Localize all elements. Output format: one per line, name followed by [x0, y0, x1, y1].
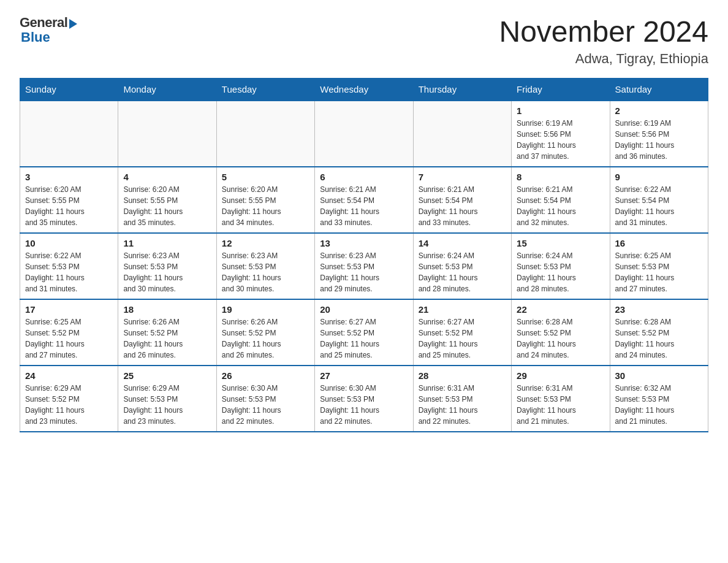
day-number: 8 — [517, 172, 604, 182]
day-info: Sunrise: 6:22 AM Sunset: 5:54 PM Dayligh… — [615, 185, 675, 227]
day-info: Sunrise: 6:24 AM Sunset: 5:53 PM Dayligh… — [419, 251, 478, 293]
calendar-cell: 17Sunrise: 6:25 AM Sunset: 5:52 PM Dayli… — [20, 299, 118, 366]
logo: General Blue — [20, 15, 77, 45]
day-info: Sunrise: 6:20 AM Sunset: 5:55 PM Dayligh… — [123, 185, 183, 227]
calendar-cell: 11Sunrise: 6:23 AM Sunset: 5:53 PM Dayli… — [118, 233, 216, 299]
calendar-cell: 18Sunrise: 6:26 AM Sunset: 5:52 PM Dayli… — [118, 299, 216, 366]
day-info: Sunrise: 6:27 AM Sunset: 5:52 PM Dayligh… — [419, 318, 478, 359]
day-info: Sunrise: 6:26 AM Sunset: 5:52 PM Dayligh… — [123, 318, 183, 359]
day-info: Sunrise: 6:28 AM Sunset: 5:52 PM Dayligh… — [517, 318, 576, 359]
day-number: 1 — [517, 105, 604, 116]
day-number: 6 — [320, 172, 408, 182]
calendar-cell: 14Sunrise: 6:24 AM Sunset: 5:53 PM Dayli… — [413, 233, 511, 299]
day-number: 26 — [222, 370, 309, 381]
calendar-cell: 25Sunrise: 6:29 AM Sunset: 5:53 PM Dayli… — [118, 366, 216, 432]
day-number: 4 — [123, 172, 211, 182]
day-info: Sunrise: 6:23 AM Sunset: 5:53 PM Dayligh… — [222, 251, 281, 293]
day-number: 7 — [419, 172, 506, 182]
calendar-cell — [413, 101, 511, 167]
day-number: 30 — [615, 370, 703, 381]
day-info: Sunrise: 6:24 AM Sunset: 5:53 PM Dayligh… — [517, 251, 576, 293]
calendar-header-friday: Friday — [512, 79, 610, 101]
day-info: Sunrise: 6:30 AM Sunset: 5:53 PM Dayligh… — [222, 384, 281, 426]
calendar-cell: 26Sunrise: 6:30 AM Sunset: 5:53 PM Dayli… — [216, 366, 314, 432]
day-number: 20 — [320, 304, 408, 315]
day-number: 28 — [419, 370, 506, 381]
calendar-header-monday: Monday — [118, 79, 216, 101]
day-number: 2 — [615, 105, 703, 116]
day-info: Sunrise: 6:25 AM Sunset: 5:52 PM Dayligh… — [25, 318, 85, 359]
calendar-header-row: SundayMondayTuesdayWednesdayThursdayFrid… — [20, 79, 708, 101]
day-info: Sunrise: 6:29 AM Sunset: 5:53 PM Dayligh… — [123, 384, 183, 426]
title-block: November 2024 Adwa, Tigray, Ethiopia — [499, 15, 708, 67]
day-info: Sunrise: 6:31 AM Sunset: 5:53 PM Dayligh… — [419, 384, 478, 426]
calendar-cell: 9Sunrise: 6:22 AM Sunset: 5:54 PM Daylig… — [610, 167, 708, 233]
day-info: Sunrise: 6:20 AM Sunset: 5:55 PM Dayligh… — [222, 185, 281, 227]
day-number: 17 — [25, 304, 113, 315]
day-info: Sunrise: 6:23 AM Sunset: 5:53 PM Dayligh… — [320, 251, 379, 293]
calendar-cell: 8Sunrise: 6:21 AM Sunset: 5:54 PM Daylig… — [512, 167, 610, 233]
calendar-cell: 15Sunrise: 6:24 AM Sunset: 5:53 PM Dayli… — [512, 233, 610, 299]
day-info: Sunrise: 6:25 AM Sunset: 5:53 PM Dayligh… — [615, 251, 675, 293]
day-number: 13 — [320, 238, 408, 248]
day-info: Sunrise: 6:29 AM Sunset: 5:52 PM Dayligh… — [25, 384, 85, 426]
calendar-header-tuesday: Tuesday — [216, 79, 314, 101]
day-info: Sunrise: 6:30 AM Sunset: 5:53 PM Dayligh… — [320, 384, 379, 426]
day-info: Sunrise: 6:21 AM Sunset: 5:54 PM Dayligh… — [419, 185, 478, 227]
calendar-table: SundayMondayTuesdayWednesdayThursdayFrid… — [20, 78, 708, 432]
calendar-cell: 12Sunrise: 6:23 AM Sunset: 5:53 PM Dayli… — [216, 233, 314, 299]
day-number: 21 — [419, 304, 506, 315]
day-info: Sunrise: 6:19 AM Sunset: 5:56 PM Dayligh… — [517, 119, 576, 161]
calendar-cell: 27Sunrise: 6:30 AM Sunset: 5:53 PM Dayli… — [315, 366, 413, 432]
logo-general-text: General — [20, 15, 67, 31]
calendar-cell — [315, 101, 413, 167]
day-number: 14 — [419, 238, 506, 248]
day-number: 10 — [25, 238, 113, 248]
calendar-cell: 5Sunrise: 6:20 AM Sunset: 5:55 PM Daylig… — [216, 167, 314, 233]
day-info: Sunrise: 6:23 AM Sunset: 5:53 PM Dayligh… — [123, 251, 183, 293]
day-number: 12 — [222, 238, 309, 248]
calendar-cell: 30Sunrise: 6:32 AM Sunset: 5:53 PM Dayli… — [610, 366, 708, 432]
calendar-cell: 28Sunrise: 6:31 AM Sunset: 5:53 PM Dayli… — [413, 366, 511, 432]
page-subtitle: Adwa, Tigray, Ethiopia — [499, 51, 708, 67]
day-number: 11 — [123, 238, 211, 248]
calendar-cell: 13Sunrise: 6:23 AM Sunset: 5:53 PM Dayli… — [315, 233, 413, 299]
page-title: November 2024 — [499, 15, 708, 48]
calendar-cell: 2Sunrise: 6:19 AM Sunset: 5:56 PM Daylig… — [610, 101, 708, 167]
calendar-cell — [118, 101, 216, 167]
day-info: Sunrise: 6:21 AM Sunset: 5:54 PM Dayligh… — [320, 185, 379, 227]
calendar-cell: 20Sunrise: 6:27 AM Sunset: 5:52 PM Dayli… — [315, 299, 413, 366]
calendar-header-thursday: Thursday — [413, 79, 511, 101]
calendar-cell — [216, 101, 314, 167]
calendar-cell: 1Sunrise: 6:19 AM Sunset: 5:56 PM Daylig… — [512, 101, 610, 167]
calendar-cell — [20, 101, 118, 167]
calendar-week-row: 17Sunrise: 6:25 AM Sunset: 5:52 PM Dayli… — [20, 299, 708, 366]
calendar-cell: 16Sunrise: 6:25 AM Sunset: 5:53 PM Dayli… — [610, 233, 708, 299]
day-number: 5 — [222, 172, 309, 182]
day-number: 25 — [123, 370, 211, 381]
calendar-week-row: 10Sunrise: 6:22 AM Sunset: 5:53 PM Dayli… — [20, 233, 708, 299]
day-info: Sunrise: 6:27 AM Sunset: 5:52 PM Dayligh… — [320, 318, 379, 359]
calendar-cell: 6Sunrise: 6:21 AM Sunset: 5:54 PM Daylig… — [315, 167, 413, 233]
day-info: Sunrise: 6:28 AM Sunset: 5:52 PM Dayligh… — [615, 318, 675, 359]
day-info: Sunrise: 6:20 AM Sunset: 5:55 PM Dayligh… — [25, 185, 85, 227]
day-number: 24 — [25, 370, 113, 381]
calendar-cell: 23Sunrise: 6:28 AM Sunset: 5:52 PM Dayli… — [610, 299, 708, 366]
day-info: Sunrise: 6:26 AM Sunset: 5:52 PM Dayligh… — [222, 318, 281, 359]
day-number: 19 — [222, 304, 309, 315]
day-number: 3 — [25, 172, 113, 182]
day-number: 15 — [517, 238, 604, 248]
calendar-cell: 19Sunrise: 6:26 AM Sunset: 5:52 PM Dayli… — [216, 299, 314, 366]
day-info: Sunrise: 6:19 AM Sunset: 5:56 PM Dayligh… — [615, 119, 675, 161]
calendar-cell: 4Sunrise: 6:20 AM Sunset: 5:55 PM Daylig… — [118, 167, 216, 233]
day-number: 9 — [615, 172, 703, 182]
calendar-cell: 24Sunrise: 6:29 AM Sunset: 5:52 PM Dayli… — [20, 366, 118, 432]
day-number: 22 — [517, 304, 604, 315]
logo-blue-text: Blue — [21, 29, 50, 45]
calendar-week-row: 3Sunrise: 6:20 AM Sunset: 5:55 PM Daylig… — [20, 167, 708, 233]
day-number: 29 — [517, 370, 604, 381]
day-info: Sunrise: 6:31 AM Sunset: 5:53 PM Dayligh… — [517, 384, 576, 426]
day-info: Sunrise: 6:22 AM Sunset: 5:53 PM Dayligh… — [25, 251, 85, 293]
day-number: 27 — [320, 370, 408, 381]
calendar-cell: 3Sunrise: 6:20 AM Sunset: 5:55 PM Daylig… — [20, 167, 118, 233]
